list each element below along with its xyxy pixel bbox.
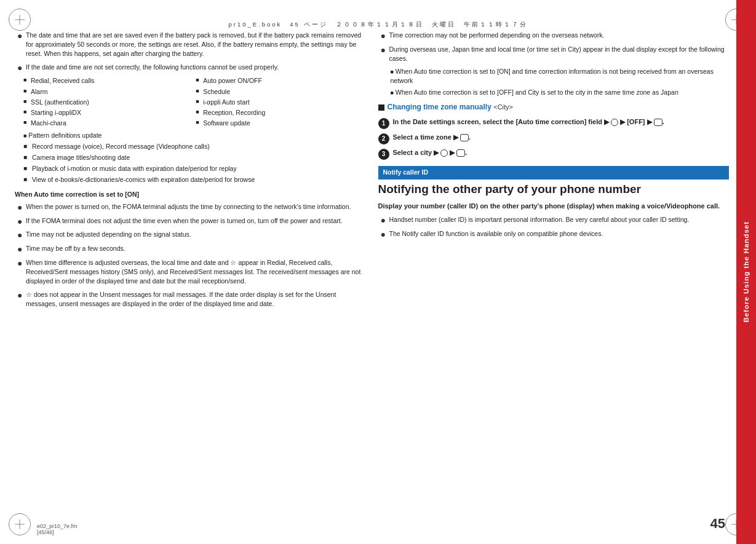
top-info-text: pr10_E.book 45 ページ ２００８年１１月１８日 火曜日 午前１１時…	[228, 21, 527, 29]
sq-item-reception: ■Reception, Recording	[196, 108, 365, 117]
right-sidebar: Before Using the Handset	[736, 0, 756, 544]
right-info-bullet-1: ● Handset number (caller ID) is importan…	[378, 215, 730, 226]
sq-item-iappli-auto: ■i-αppli Auto start	[196, 98, 365, 107]
sq-item-redial: ■Redial, Received calls	[23, 76, 193, 85]
right-info-bullet-2: ● The Notify caller ID function is avail…	[378, 229, 730, 240]
sq-item-auto-power: ■Auto power ON/OFF	[196, 76, 365, 85]
bottom-info-line1: e02_pr10_7e.fm	[37, 523, 78, 529]
sq-extra-2: ■ Camera image titles/shooting date	[15, 153, 366, 162]
right-bullet-2-text: During overseas use, Japan time and loca…	[389, 45, 730, 63]
left-bullet-2-text: If the date and time are not set correct…	[26, 63, 366, 73]
notifying-heading: Notifying the other party of your phone …	[378, 182, 730, 197]
sq-item-alarm: ■Alarm	[23, 87, 193, 97]
left-bullet-3: ● When the power is turned on, the FOMA …	[15, 202, 366, 213]
sq-extra-3-text: Playback of i-motion or music data with …	[32, 164, 237, 173]
notify-caller-id-box: Notify caller ID	[378, 166, 730, 179]
right-info-bullet-2-text: The Notify caller ID function is availab…	[389, 229, 730, 240]
left-bullet-2: ● If the date and time are not set corre…	[15, 63, 366, 73]
step-1: 1 In the Date settings screen, select th…	[378, 117, 730, 129]
step-2: 2 Select a time zone ▶ .	[378, 133, 730, 144]
step-1-number: 1	[378, 118, 389, 129]
change-tz-heading-text: Changing time zone manually <City>	[388, 102, 514, 112]
sq-extra-1-text: Record message (voice), Record message (…	[32, 142, 210, 151]
bottom-info: e02_pr10_7e.fm [45/46]	[37, 523, 78, 535]
left-bullet-5-text: Time may not be adjusted depending on th…	[26, 230, 366, 240]
left-bullet-1-text: The date and time that are set are saved…	[26, 31, 366, 59]
change-tz-tag: <City>	[493, 103, 513, 111]
step-3-text: Select a city ▶ ▶ .	[393, 148, 730, 160]
bullet-dot-2: ●	[17, 63, 26, 73]
change-tz-section: Changing time zone manually <City>	[378, 102, 730, 112]
step-3-icons: ▶ ▶ .	[434, 149, 467, 156]
notify-box-label: Notify caller ID	[383, 168, 429, 176]
step-1-icons: ▶ ▶ [OFF] ▶ .	[604, 118, 664, 125]
black-square-icon	[378, 104, 384, 111]
sq-item-software: ■Software update	[196, 119, 365, 128]
corner-mark-tl	[9, 9, 31, 31]
sq-two-col-list: ■Redial, Received calls ■Auto power ON/O…	[15, 76, 366, 128]
sq-dot-extra-1: ■	[23, 142, 32, 151]
right-sub-bullet-1: ■ When Auto time correction is set to [O…	[378, 67, 730, 85]
right-bullet-2: ● During overseas use, Japan time and lo…	[378, 45, 730, 63]
step-3-number: 3	[378, 149, 389, 160]
left-bullet-7-text: When time difference is adjusted oversea…	[26, 258, 366, 286]
sq-item-pattern: ■ Pattern definitions update	[15, 131, 366, 140]
left-column: ● The date and time that are set are sav…	[15, 31, 366, 513]
sidebar-label: Before Using the Handset	[742, 221, 750, 323]
sq-extra-4-text: View of e-books/e-dictionaries/e-comics …	[32, 175, 255, 184]
bottom-info-line2: [45/46]	[37, 529, 78, 535]
left-bullet-7: ● When time difference is adjusted overs…	[15, 258, 366, 286]
sq-extra-2-text: Camera image titles/shooting date	[32, 153, 130, 162]
content-area: ● The date and time that are set are sav…	[15, 31, 729, 513]
right-sub-bullet-2-text: When Auto time correction is set to [OFF…	[396, 89, 678, 96]
sq-extra-3: ■ Playback of i-motion or music data wit…	[15, 164, 366, 173]
sq-dot-extra-2: ■	[23, 153, 32, 162]
right-bullet-1: ● Time correction may not be performed d…	[378, 31, 730, 41]
right-info-bullet-1-text: Handset number (caller ID) is important …	[389, 215, 730, 226]
step-2-text: Select a time zone ▶ .	[393, 133, 730, 144]
sq-item-schedule: ■Schedule	[196, 87, 365, 97]
bullet-dot-1: ●	[17, 31, 26, 59]
right-bullet-1-text: Time correction may not be performed dep…	[389, 31, 730, 41]
corner-mark-bl	[9, 513, 31, 535]
step-1-text: In the Date settings screen, select the …	[393, 117, 730, 129]
left-bullet-8-text: ☆ does not appear in the Unsent messages…	[26, 290, 366, 309]
sq-item-starting-iappli: ■Starting i-αppliDX	[23, 108, 193, 117]
top-info-bar: pr10_E.book 45 ページ ２００８年１１月１８日 火曜日 午前１１時…	[37, 21, 719, 29]
sq-dot-extra-4: ■	[23, 175, 32, 184]
display-bold-text: Display your number (caller ID) on the o…	[378, 202, 730, 211]
sq-extra-1: ■ Record message (voice), Record message…	[15, 142, 366, 151]
step-2-icons: ▶ .	[453, 133, 471, 141]
sq-item-ssl: ■SSL (authentication)	[23, 98, 193, 107]
page-number: 45	[710, 516, 725, 532]
right-sub-bullet-2: ■ When Auto time correction is set to [O…	[378, 88, 730, 97]
left-bullet-3-text: When the power is turned on, the FOMA te…	[26, 202, 366, 213]
left-bullet-4-text: If the FOMA terminal does not adjust the…	[26, 216, 366, 227]
left-bullet-5: ● Time may not be adjusted depending on …	[15, 230, 366, 240]
step-3: 3 Select a city ▶ ▶ .	[378, 148, 730, 160]
right-column: ● Time correction may not be performed d…	[378, 31, 730, 513]
right-sub-bullet-1-text: When Auto time correction is set to [ON]…	[391, 68, 714, 84]
left-bullet-1: ● The date and time that are set are sav…	[15, 31, 366, 59]
left-bullet-8: ● ☆ does not appear in the Unsent messag…	[15, 290, 366, 309]
sq-item-machi: ■Machi-chara	[23, 119, 193, 128]
left-bullet-6: ● Time may be off by a few seconds.	[15, 244, 366, 254]
sq-extra-4: ■ View of e-books/e-dictionaries/e-comic…	[15, 175, 366, 184]
sq-dot-extra-3: ■	[23, 164, 32, 173]
when-heading: When Auto time correction is set to [ON]	[15, 190, 366, 199]
left-bullet-6-text: Time may be off by a few seconds.	[26, 244, 366, 254]
step-2-number: 2	[378, 133, 389, 144]
left-bullet-4: ● If the FOMA terminal does not adjust t…	[15, 216, 366, 227]
